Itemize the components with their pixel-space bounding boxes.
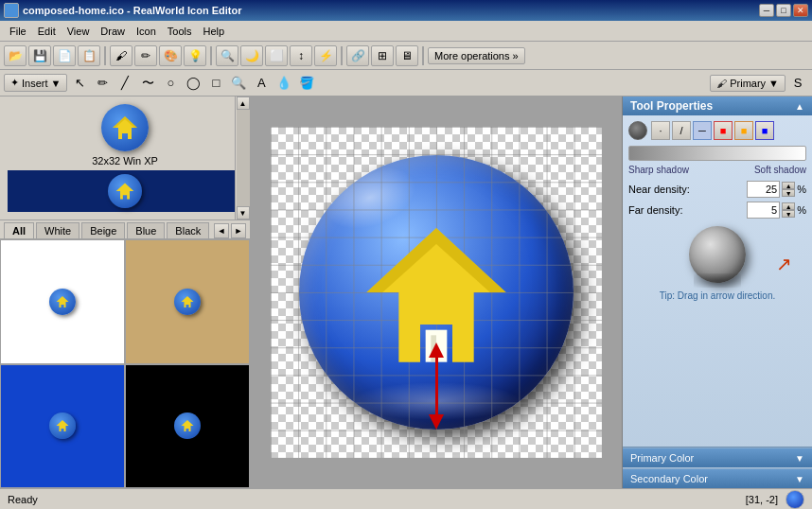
zoom-tool[interactable]: 🔍 xyxy=(216,45,238,66)
menu-tools[interactable]: Tools xyxy=(162,24,198,39)
sharp-shadow-label: Sharp shadow xyxy=(628,165,689,175)
brush-row: · / ─ ■ ■ ■ xyxy=(628,121,806,140)
eraser-tool[interactable]: ✏ xyxy=(134,45,157,66)
main-toolbar: 📂 💾 📄 📋 🖌 ✏ 🎨 💡 🔍 🌙 ⬜ ↕ ⚡ 🔗 ⊞ 🖥 More ope… xyxy=(0,42,812,70)
icon-white-bg xyxy=(49,289,76,315)
status-bar: Ready [31, -2] xyxy=(0,488,812,509)
text-tool[interactable]: A xyxy=(251,73,272,94)
primary-color-selector[interactable]: 🖌 Primary ▼ xyxy=(710,75,786,92)
insert-icon: ✦ xyxy=(10,77,19,89)
ellipse-tool[interactable]: ◯ xyxy=(183,73,203,94)
line-tool[interactable]: ╱ xyxy=(115,73,135,94)
circle-tool[interactable]: ○ xyxy=(160,73,181,94)
pencil-tool[interactable]: ✏ xyxy=(92,73,113,94)
monitor-tool[interactable]: 🖥 xyxy=(396,45,418,66)
color-grid xyxy=(0,239,250,488)
primary-color-header[interactable]: Primary Color ▼ xyxy=(623,448,812,467)
tab-prev[interactable]: ◄ xyxy=(214,223,229,238)
menu-icon[interactable]: Icon xyxy=(131,24,162,39)
scroll-up-btn[interactable]: ▲ xyxy=(237,97,250,110)
house-icon-black xyxy=(180,419,195,432)
link-tool[interactable]: 🔗 xyxy=(346,45,369,66)
search-tool[interactable]: 🔍 xyxy=(228,73,249,94)
swap-colors-button[interactable]: S xyxy=(787,73,808,94)
tab-black[interactable]: Black xyxy=(167,222,209,238)
menu-draw[interactable]: Draw xyxy=(95,24,131,39)
pick-tool[interactable]: 💡 xyxy=(184,45,206,66)
far-density-up[interactable]: ▲ xyxy=(782,202,795,210)
near-density-row: Near density: ▲ ▼ % xyxy=(628,181,806,198)
cell-white[interactable] xyxy=(0,239,125,364)
arrow-head-down xyxy=(429,414,444,430)
red-tool-btn[interactable]: ■ xyxy=(714,121,733,140)
close-button[interactable]: ✕ xyxy=(793,4,808,17)
dot-tool-btn[interactable]: · xyxy=(651,121,670,140)
menu-help[interactable]: Help xyxy=(198,24,231,39)
tab-all[interactable]: All xyxy=(4,222,34,238)
insert-button[interactable]: ✦ Insert ▼ xyxy=(4,74,67,92)
primary-color-label: Primary Color xyxy=(630,452,694,464)
cell-beige[interactable] xyxy=(125,239,250,364)
near-density-input[interactable] xyxy=(747,181,780,198)
menu-file[interactable]: File xyxy=(4,24,32,39)
title-bar: composed-home.ico - RealWorld Icon Edito… xyxy=(0,0,812,21)
preview-scrollbar[interactable]: ▲ ▼ xyxy=(235,97,250,219)
copy-button[interactable]: 📋 xyxy=(78,45,100,66)
primary-color-chevron: ▼ xyxy=(795,453,804,464)
near-density-spinner: ▲ ▼ xyxy=(782,182,795,197)
arrow-cursor xyxy=(429,342,444,430)
arrow-tool[interactable]: ↖ xyxy=(69,73,90,94)
maximize-button[interactable]: □ xyxy=(776,4,791,17)
status-icon xyxy=(786,490,804,509)
menu-bar: File Edit View Draw Icon Tools Help xyxy=(0,21,812,42)
tab-beige[interactable]: Beige xyxy=(81,222,125,238)
panel-collapse-btn[interactable]: ▲ xyxy=(795,101,804,112)
save-button[interactable]: 💾 xyxy=(28,45,51,66)
svg-marker-0 xyxy=(113,116,137,139)
secondary-color-header[interactable]: Secondary Color ▼ xyxy=(623,468,812,488)
tab-next[interactable]: ► xyxy=(231,223,246,238)
house-icon-white xyxy=(55,295,70,308)
insert-dropdown-arrow: ▼ xyxy=(51,78,62,89)
canvas-area[interactable] xyxy=(251,97,623,488)
tab-blue[interactable]: Blue xyxy=(127,222,165,238)
menu-view[interactable]: View xyxy=(62,24,96,39)
far-density-input[interactable] xyxy=(747,202,780,219)
blue-tool-btn[interactable]: ■ xyxy=(755,121,774,140)
tab-arrows: ◄ ► xyxy=(214,223,246,238)
line-tool-btn[interactable]: / xyxy=(672,121,691,140)
near-density-down[interactable]: ▼ xyxy=(782,189,795,197)
orange-tool-btn[interactable]: ■ xyxy=(734,121,753,140)
minimize-button[interactable]: ─ xyxy=(759,4,774,17)
scroll-down-btn[interactable]: ▼ xyxy=(237,206,250,219)
open-button[interactable]: 📂 xyxy=(4,45,26,66)
color-section: Primary Color ▼ Secondary Color ▼ xyxy=(623,447,812,488)
rect-tool[interactable]: ⬜ xyxy=(265,45,288,66)
merge-tool[interactable]: ⚡ xyxy=(314,45,337,66)
more-operations-button[interactable]: More operations » xyxy=(428,47,525,64)
eyedrop-tool[interactable]: 💧 xyxy=(274,73,294,94)
moon-tool[interactable]: 🌙 xyxy=(240,45,263,66)
app-icon xyxy=(4,3,19,18)
paint-tool[interactable]: 🎨 xyxy=(159,45,182,66)
rect-draw-tool[interactable]: □ xyxy=(205,73,226,94)
tab-white[interactable]: White xyxy=(36,222,79,238)
far-density-down[interactable]: ▼ xyxy=(782,210,795,218)
icon-blue-bg xyxy=(49,412,76,439)
house-icon-large xyxy=(111,114,139,141)
grid-tool[interactable]: ⊞ xyxy=(371,45,394,66)
cell-black[interactable] xyxy=(125,364,250,489)
status-right: [31, -2] xyxy=(746,490,804,509)
ball-section: ↗ xyxy=(628,226,806,283)
cell-blue[interactable] xyxy=(0,364,125,489)
brush-tool[interactable]: 🖌 xyxy=(110,45,132,66)
sort-tool[interactable]: ↕ xyxy=(290,45,312,66)
curve-tool[interactable]: 〜 xyxy=(137,73,158,94)
stroke-tool-btn[interactable]: ─ xyxy=(693,121,712,140)
svg-marker-4 xyxy=(182,296,194,307)
near-density-up[interactable]: ▲ xyxy=(782,182,795,189)
drawing-toolbar: ✦ Insert ▼ ↖ ✏ ╱ 〜 ○ ◯ □ 🔍 A 💧 🪣 🖌 Prima… xyxy=(0,70,812,97)
menu-edit[interactable]: Edit xyxy=(32,24,62,39)
fill-tool[interactable]: 🪣 xyxy=(296,73,317,94)
new-button[interactable]: 📄 xyxy=(53,45,76,66)
